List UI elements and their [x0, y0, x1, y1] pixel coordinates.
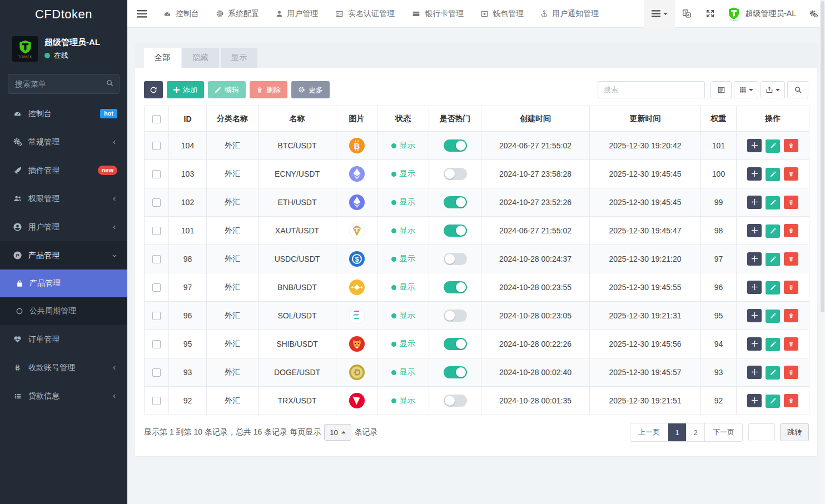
delete-button[interactable]: 删除 [250, 81, 287, 98]
tab-hidden[interactable]: 隐藏 [182, 48, 219, 68]
page-button-1[interactable]: 1 [668, 423, 687, 441]
brand-title[interactable]: CFDtoken [0, 0, 127, 28]
submenu-item-public-cycle[interactable]: 公共周期管理 [0, 297, 127, 325]
row-move-button[interactable] [747, 139, 762, 152]
admin-profile[interactable]: TITANFX 超级管理员-AL [722, 7, 802, 21]
row-move-button[interactable] [747, 394, 762, 407]
hot-toggle[interactable] [444, 310, 467, 322]
row-edit-button[interactable] [766, 224, 780, 238]
nav-item-kyc-manage[interactable]: 实名认证管理 [327, 0, 402, 28]
columns-button[interactable] [734, 81, 758, 98]
page-jump-button[interactable]: 跳转 [780, 423, 809, 441]
select-all-checkbox[interactable] [152, 115, 161, 123]
row-checkbox[interactable] [152, 227, 161, 235]
sidebar-item-users[interactable]: 用户管理 [0, 213, 127, 241]
tab-visible[interactable]: 显示 [221, 48, 257, 68]
page-button-2[interactable]: 2 [687, 423, 705, 441]
hot-toggle[interactable] [444, 395, 467, 407]
nav-item-user-manage[interactable]: 用户管理 [269, 0, 325, 28]
row-checkbox[interactable] [152, 255, 161, 263]
sidebar-item-products[interactable]: P 产品管理 [0, 241, 127, 270]
row-edit-button[interactable] [766, 310, 780, 323]
row-delete-button[interactable] [784, 252, 798, 266]
avatar[interactable]: TITANFX [12, 36, 38, 62]
table-search-input[interactable] [598, 81, 705, 98]
sidebar-item-orders[interactable]: 订单管理 [0, 325, 127, 353]
sidebar-item-permissions[interactable]: 权限管理 [0, 184, 127, 213]
hot-toggle[interactable] [444, 224, 467, 237]
row-move-button[interactable] [747, 167, 762, 181]
page-size-select[interactable]: 10 [324, 424, 351, 441]
sidebar-item-payment-accounts[interactable]: B 收款账号管理 [0, 353, 127, 382]
prev-page-button[interactable]: 上一页 [630, 423, 668, 441]
next-page-button[interactable]: 下一页 [705, 423, 742, 441]
hot-toggle[interactable] [444, 281, 467, 293]
nav-item-wallet[interactable]: 钱包管理 [473, 0, 531, 28]
row-move-button[interactable] [747, 281, 762, 294]
row-checkbox[interactable] [152, 340, 161, 348]
common-search-button[interactable] [710, 81, 732, 98]
row-edit-button[interactable] [766, 168, 780, 181]
hot-toggle[interactable] [444, 253, 467, 265]
row-move-button[interactable] [747, 224, 762, 237]
page-scrollbar[interactable] [820, 0, 825, 504]
row-checkbox[interactable] [152, 283, 161, 292]
row-delete-button[interactable] [784, 394, 798, 407]
sidebar-toggle-icon[interactable] [127, 10, 156, 18]
row-checkbox[interactable] [152, 198, 161, 207]
fullscreen-icon[interactable] [698, 0, 722, 28]
row-delete-button[interactable] [784, 281, 798, 294]
row-delete-button[interactable] [784, 196, 798, 209]
nav-item-user-notice[interactable]: 用户通知管理 [533, 0, 606, 28]
hot-toggle[interactable] [444, 139, 467, 152]
row-checkbox[interactable] [152, 312, 161, 320]
row-delete-button[interactable] [784, 167, 798, 181]
tab-all[interactable]: 全部 [144, 48, 181, 68]
row-edit-button[interactable] [766, 338, 780, 351]
row-move-button[interactable] [747, 366, 762, 379]
hot-toggle[interactable] [444, 338, 467, 350]
more-button[interactable]: 更多 [291, 81, 330, 98]
row-delete-button[interactable] [784, 224, 798, 237]
row-edit-button[interactable] [766, 281, 780, 295]
row-edit-button[interactable] [766, 253, 780, 266]
row-edit-button[interactable] [766, 139, 780, 153]
language-icon[interactable]: A [675, 0, 698, 28]
sidebar-item-loan-info[interactable]: 贷款信息 [0, 382, 127, 410]
nav-item-dashboard[interactable]: 控制台 [156, 0, 206, 28]
row-checkbox[interactable] [152, 170, 161, 178]
nav-item-bank-card[interactable]: 银行卡管理 [404, 0, 471, 28]
row-delete-button[interactable] [784, 309, 798, 322]
hot-toggle[interactable] [444, 168, 467, 180]
edit-button[interactable]: 编辑 [208, 81, 246, 98]
sidebar-item-general[interactable]: 常规管理 [0, 128, 127, 156]
row-edit-button[interactable] [766, 395, 780, 408]
row-edit-button[interactable] [766, 196, 780, 209]
sidebar-item-dashboard[interactable]: 控制台 hot [0, 99, 127, 128]
nav-item-system-config[interactable]: 系统配置 [208, 0, 266, 28]
add-button[interactable]: 添加 [167, 81, 204, 98]
export-button[interactable] [761, 81, 785, 98]
row-checkbox[interactable] [152, 142, 161, 150]
hot-toggle[interactable] [444, 196, 467, 208]
sidebar-search-input[interactable] [8, 74, 120, 94]
sidebar-item-plugins[interactable]: 插件管理 new [0, 156, 127, 184]
row-move-button[interactable] [747, 252, 762, 266]
row-checkbox[interactable] [152, 397, 161, 405]
quick-menu-dropdown[interactable] [644, 0, 675, 28]
row-delete-button[interactable] [784, 139, 798, 152]
row-checkbox[interactable] [152, 368, 161, 377]
row-delete-button[interactable] [784, 366, 798, 379]
refresh-button[interactable] [144, 81, 163, 98]
scrollbar-thumb[interactable] [821, 1, 824, 312]
submenu-item-product-manage[interactable]: 产品管理 [0, 270, 127, 297]
row-move-button[interactable] [747, 337, 762, 351]
row-move-button[interactable] [747, 196, 762, 209]
row-edit-button[interactable] [766, 366, 780, 380]
hot-toggle[interactable] [444, 366, 467, 378]
row-move-button[interactable] [747, 309, 762, 322]
page-jump-input[interactable] [748, 423, 775, 441]
row-hot-cell [429, 188, 481, 217]
search-submit-button[interactable] [787, 81, 808, 98]
row-delete-button[interactable] [784, 337, 798, 351]
